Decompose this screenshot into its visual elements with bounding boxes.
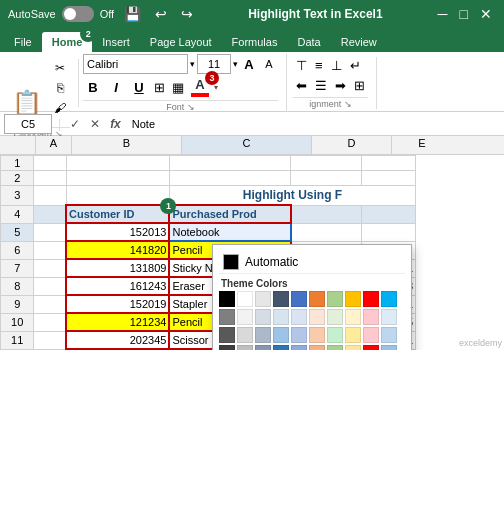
cell-a10[interactable]: [34, 313, 66, 331]
cell-b10[interactable]: 121234: [66, 313, 169, 331]
theme-color-swatch[interactable]: [363, 309, 379, 325]
theme-color-swatch[interactable]: [327, 345, 343, 350]
theme-color-swatch[interactable]: [219, 291, 235, 307]
align-middle-button[interactable]: ≡: [312, 57, 326, 74]
theme-color-swatch[interactable]: [237, 291, 253, 307]
formula-check-icon[interactable]: ✓: [67, 117, 83, 131]
theme-color-swatch[interactable]: [273, 291, 289, 307]
align-center-button[interactable]: ☰: [312, 77, 330, 94]
theme-color-swatch[interactable]: [273, 327, 289, 343]
close-icon[interactable]: ✕: [476, 4, 496, 24]
copy-button[interactable]: ⎘: [50, 79, 70, 97]
cell-b9[interactable]: 152019: [66, 295, 169, 313]
align-left-button[interactable]: ⬅: [293, 77, 310, 94]
tab-page-layout[interactable]: Page Layout: [140, 32, 222, 52]
cell-b5[interactable]: 152013: [66, 223, 169, 241]
cell-c3-title[interactable]: Highlight Using F: [169, 186, 415, 206]
cell-a5[interactable]: [34, 223, 66, 241]
theme-color-swatch[interactable]: [255, 327, 271, 343]
color-automatic-option[interactable]: Automatic: [219, 251, 405, 274]
theme-color-swatch[interactable]: [309, 309, 325, 325]
theme-color-swatch[interactable]: [363, 345, 379, 350]
cell-b3[interactable]: [66, 186, 169, 206]
font-shrink-button[interactable]: A: [260, 55, 278, 73]
col-header-e[interactable]: E: [392, 136, 452, 154]
cell-c5[interactable]: Notebook: [169, 223, 291, 241]
col-header-a[interactable]: A: [36, 136, 72, 154]
cell-b4[interactable]: Customer ID 1: [66, 205, 169, 223]
theme-color-swatch[interactable]: [273, 309, 289, 325]
fill-color-button[interactable]: ▦: [170, 80, 186, 95]
theme-color-swatch[interactable]: [255, 309, 271, 325]
theme-color-swatch[interactable]: [219, 309, 235, 325]
theme-color-swatch[interactable]: [345, 309, 361, 325]
cell-b8[interactable]: 161243: [66, 277, 169, 295]
border-button[interactable]: ⊞: [152, 80, 167, 95]
theme-color-swatch[interactable]: [219, 327, 235, 343]
cell-c1[interactable]: [169, 156, 291, 171]
font-size-input[interactable]: [197, 54, 231, 74]
theme-color-swatch[interactable]: [291, 327, 307, 343]
undo-icon[interactable]: ↩: [151, 4, 171, 24]
cell-d1[interactable]: [291, 156, 362, 171]
theme-color-swatch[interactable]: [345, 345, 361, 350]
theme-color-swatch[interactable]: [327, 309, 343, 325]
cell-b6[interactable]: 141820: [66, 241, 169, 259]
theme-color-swatch[interactable]: [363, 291, 379, 307]
cell-e5[interactable]: [362, 223, 416, 241]
theme-color-swatch[interactable]: [345, 327, 361, 343]
theme-color-swatch[interactable]: [291, 309, 307, 325]
font-name-input[interactable]: [83, 54, 188, 74]
cell-a7[interactable]: [34, 259, 66, 277]
merge-button[interactable]: ⊞: [351, 77, 368, 94]
cell-e2[interactable]: [362, 171, 416, 186]
col-header-c[interactable]: C: [182, 136, 312, 154]
tab-insert[interactable]: Insert: [92, 32, 140, 52]
font-name-dropdown[interactable]: ▾: [190, 59, 195, 69]
save-icon[interactable]: 💾: [120, 4, 145, 24]
format-painter-button[interactable]: 🖌: [50, 99, 70, 117]
theme-color-swatch[interactable]: [237, 345, 253, 350]
col-header-d[interactable]: D: [312, 136, 392, 154]
font-color-dropdown-arrow[interactable]: ▾: [213, 83, 219, 92]
theme-color-swatch[interactable]: [381, 309, 397, 325]
theme-color-swatch[interactable]: [309, 345, 325, 350]
theme-color-swatch[interactable]: [327, 291, 343, 307]
theme-color-swatch[interactable]: [327, 327, 343, 343]
theme-color-swatch[interactable]: [309, 291, 325, 307]
cell-a11[interactable]: [34, 331, 66, 349]
theme-color-swatch[interactable]: [255, 345, 271, 350]
cell-a9[interactable]: [34, 295, 66, 313]
theme-color-swatch[interactable]: [381, 327, 397, 343]
theme-color-swatch[interactable]: [381, 291, 397, 307]
col-header-b[interactable]: B: [72, 136, 182, 154]
cell-d5[interactable]: [291, 223, 362, 241]
maximize-icon[interactable]: □: [456, 4, 472, 24]
bold-button[interactable]: B: [83, 77, 103, 97]
cell-d4[interactable]: [291, 205, 362, 223]
cell-a6[interactable]: [34, 241, 66, 259]
redo-icon[interactable]: ↪: [177, 4, 197, 24]
theme-color-swatch[interactable]: [237, 327, 253, 343]
tab-review[interactable]: Review: [331, 32, 387, 52]
tab-formulas[interactable]: Formulas: [222, 32, 288, 52]
formula-cancel-icon[interactable]: ✕: [87, 117, 103, 131]
tab-file[interactable]: File: [4, 32, 42, 52]
font-size-dropdown[interactable]: ▾: [233, 59, 238, 69]
underline-button[interactable]: U: [129, 77, 149, 97]
cell-a1[interactable]: [34, 156, 66, 171]
cell-d2[interactable]: [291, 171, 362, 186]
italic-button[interactable]: I: [106, 77, 126, 97]
align-bottom-button[interactable]: ⊥: [328, 57, 345, 74]
cell-a8[interactable]: [34, 277, 66, 295]
theme-color-swatch[interactable]: [309, 327, 325, 343]
theme-color-swatch[interactable]: [381, 345, 397, 350]
theme-color-swatch[interactable]: [273, 345, 289, 350]
align-right-button[interactable]: ➡: [332, 77, 349, 94]
wrap-text-button[interactable]: ↵: [347, 57, 364, 74]
cell-b11[interactable]: 202345: [66, 331, 169, 349]
theme-color-swatch[interactable]: [219, 345, 235, 350]
theme-color-swatch[interactable]: [291, 291, 307, 307]
cell-e1[interactable]: [362, 156, 416, 171]
tab-home[interactable]: Home 2: [42, 32, 93, 52]
